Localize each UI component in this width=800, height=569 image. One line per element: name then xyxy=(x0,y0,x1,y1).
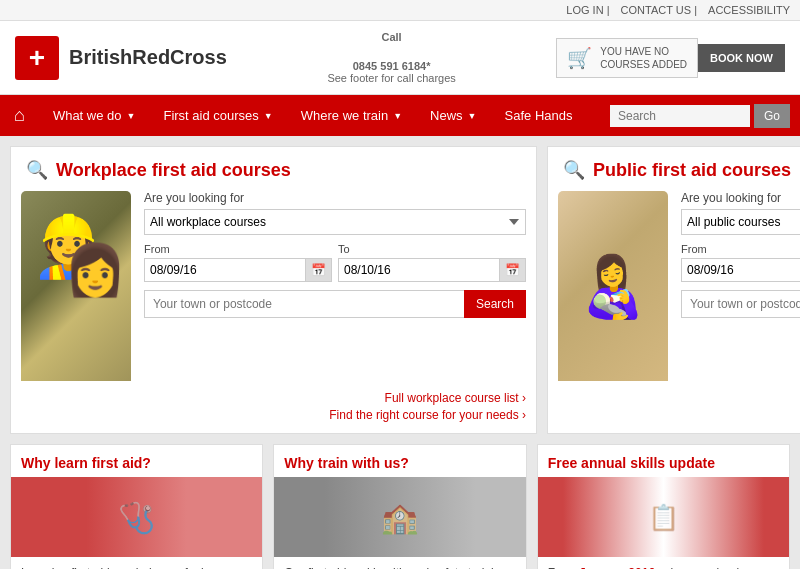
workplace-to-calendar-button[interactable]: 📅 xyxy=(499,259,525,281)
learn-image-placeholder: 🩺 xyxy=(11,477,262,557)
info-panel-learn: Why learn first aid? 🩺 Learning first ai… xyxy=(10,444,263,569)
learn-panel-title: Why learn first aid? xyxy=(11,445,262,477)
public-date-row: From 📅 To 📅 xyxy=(681,243,800,282)
search-icon: 🔍 xyxy=(563,159,585,181)
workplace-search-button[interactable]: Search xyxy=(464,290,526,318)
workplace-course-select[interactable]: All workplace courses xyxy=(144,209,526,235)
home-nav-button[interactable]: ⌂ xyxy=(0,95,39,136)
public-course-select[interactable]: All public courses xyxy=(681,209,800,235)
public-postcode-input[interactable] xyxy=(681,290,800,318)
contact-link[interactable]: CONTACT US xyxy=(621,4,692,16)
logo: + BritishRedCross xyxy=(15,36,227,80)
workplace-panel-image xyxy=(21,191,136,381)
header: + BritishRedCross Call 0845 591 6184* Se… xyxy=(0,21,800,95)
login-link[interactable]: LOG IN xyxy=(566,4,603,16)
workplace-looking-for-label: Are you looking for xyxy=(144,191,526,205)
public-search-row: Search xyxy=(681,290,800,318)
cart-text: YOU HAVE NO COURSES ADDED xyxy=(600,45,687,71)
logo-text: BritishRedCross xyxy=(69,46,227,69)
public-full-list-link[interactable]: Full public course list xyxy=(558,391,800,405)
header-cart-area: 🛒 YOU HAVE NO COURSES ADDED BOOK NOW xyxy=(556,38,785,78)
workplace-right-course-link[interactable]: Find the right course for your needs xyxy=(21,408,526,422)
public-panel-body: 👩‍🍼 Are you looking for All public cours… xyxy=(548,191,800,391)
skills-image-placeholder: 📋 xyxy=(538,477,789,557)
public-from-label: From xyxy=(681,243,800,255)
search-go-button[interactable]: Go xyxy=(754,104,790,128)
info-panel-skills: Free annual skills update 📋 From January… xyxy=(537,444,790,569)
accessibility-link[interactable]: ACCESSIBILITY xyxy=(708,4,790,16)
nav-item-first-aid-courses[interactable]: First aid courses ▼ xyxy=(149,95,286,136)
chevron-down-icon: ▼ xyxy=(127,111,136,121)
nav-search-area: Go xyxy=(600,95,800,136)
public-right-course-link[interactable]: Find the right course for your needs xyxy=(558,408,800,422)
public-links: Full public course list Find the right c… xyxy=(548,391,800,433)
skills-panel-text: From January 2016, when you book xyxy=(538,557,789,569)
workplace-form: Are you looking for All workplace course… xyxy=(144,191,526,381)
workplace-to-group: To 📅 xyxy=(338,243,526,282)
skills-panel-image: 📋 xyxy=(538,477,789,557)
workplace-full-list-link[interactable]: Full workplace course list xyxy=(21,391,526,405)
nav-item-news[interactable]: News ▼ xyxy=(416,95,490,136)
main-nav: ⌂ What we do ▼ First aid courses ▼ Where… xyxy=(0,95,800,136)
train-image-placeholder: 🏫 xyxy=(274,477,525,557)
public-image-placeholder: 👩‍🍼 xyxy=(558,191,668,381)
workplace-to-label: To xyxy=(338,243,526,255)
public-form: Are you looking for All public courses F… xyxy=(681,191,800,381)
public-from-date-input[interactable] xyxy=(682,259,800,281)
search-icon: 🔍 xyxy=(26,159,48,181)
nav-item-where-we-train[interactable]: Where we train ▼ xyxy=(287,95,416,136)
chevron-down-icon: ▼ xyxy=(468,111,477,121)
workplace-links: Full workplace course list Find the righ… xyxy=(11,391,536,433)
workplace-postcode-input[interactable] xyxy=(144,290,464,318)
train-panel-image: 🏫 xyxy=(274,477,525,557)
public-from-input-wrap: 📅 xyxy=(681,258,800,282)
info-panel-train: Why train with us? 🏫 Our first aid and h… xyxy=(273,444,526,569)
info-panels: Why learn first aid? 🩺 Learning first ai… xyxy=(10,444,790,569)
workplace-date-row: From 📅 To 📅 xyxy=(144,243,526,282)
workplace-panel-body: Are you looking for All workplace course… xyxy=(11,191,536,391)
nav-item-what-we-do[interactable]: What we do ▼ xyxy=(39,95,150,136)
workplace-from-group: From 📅 xyxy=(144,243,332,282)
public-looking-for-label: Are you looking for xyxy=(681,191,800,205)
header-phone-area: Call 0845 591 6184* See footer for call … xyxy=(327,31,455,84)
learn-panel-text: Learning first aid can help you feel mor… xyxy=(11,557,262,569)
logo-cross-icon: + xyxy=(15,36,59,80)
nav-item-safe-hands[interactable]: Safe Hands xyxy=(491,95,587,136)
workplace-panel-title: 🔍 Workplace first aid courses xyxy=(11,147,536,191)
workplace-from-input-wrap: 📅 xyxy=(144,258,332,282)
public-panel-image: 👩‍🍼 xyxy=(558,191,673,381)
main-content: 🔍 Workplace first aid courses Are you lo… xyxy=(0,136,800,569)
workplace-panel: 🔍 Workplace first aid courses Are you lo… xyxy=(10,146,537,434)
course-panels: 🔍 Workplace first aid courses Are you lo… xyxy=(10,146,790,434)
workplace-image-placeholder xyxy=(21,191,131,381)
cart-icon: 🛒 xyxy=(567,46,592,70)
phone-note: See footer for call charges xyxy=(327,72,455,84)
chevron-down-icon: ▼ xyxy=(393,111,402,121)
workplace-to-date-input[interactable] xyxy=(339,259,499,281)
book-now-button[interactable]: BOOK NOW xyxy=(698,44,785,72)
workplace-search-row: Search xyxy=(144,290,526,318)
cart-box: 🛒 YOU HAVE NO COURSES ADDED xyxy=(556,38,698,78)
public-panel: 🔍 Public first aid courses 👩‍🍼 Are you l… xyxy=(547,146,800,434)
learn-panel-image: 🩺 xyxy=(11,477,262,557)
top-bar: LOG IN | CONTACT US | ACCESSIBILITY xyxy=(0,0,800,21)
skills-panel-title: Free annual skills update xyxy=(538,445,789,477)
workplace-from-calendar-button[interactable]: 📅 xyxy=(305,259,331,281)
search-input[interactable] xyxy=(610,105,750,127)
workplace-from-label: From xyxy=(144,243,332,255)
workplace-from-date-input[interactable] xyxy=(145,259,305,281)
public-from-group: From 📅 xyxy=(681,243,800,282)
train-panel-text: Our first aid and health and safety trai… xyxy=(274,557,525,569)
phone-number: Call 0845 591 6184* xyxy=(327,31,455,72)
chevron-down-icon: ▼ xyxy=(264,111,273,121)
train-panel-title: Why train with us? xyxy=(274,445,525,477)
public-panel-title: 🔍 Public first aid courses xyxy=(548,147,800,191)
workplace-to-input-wrap: 📅 xyxy=(338,258,526,282)
